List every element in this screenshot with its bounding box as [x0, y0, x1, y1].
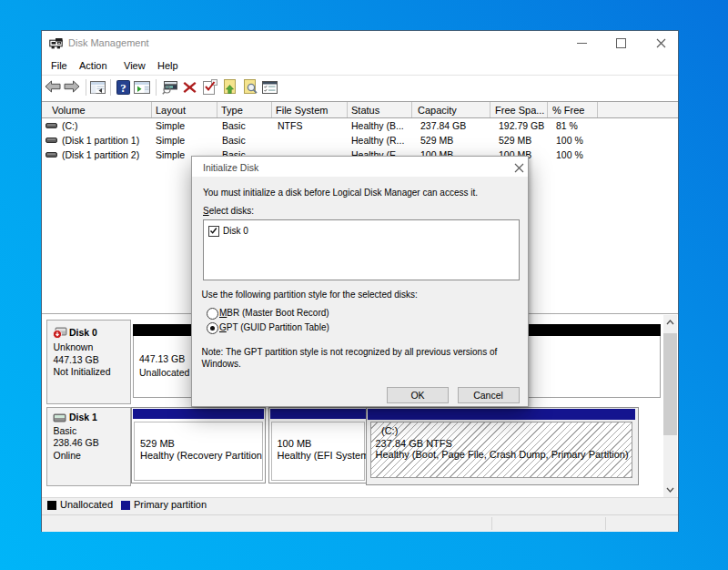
svg-text:?: ?	[120, 81, 126, 95]
